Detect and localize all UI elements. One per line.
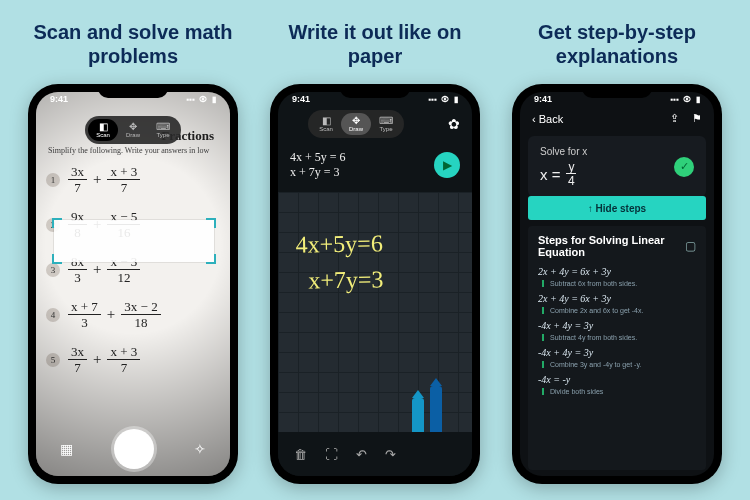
mode-type[interactable]: ⌨ Type <box>148 119 178 141</box>
step-note: Combine 3y and -4y to get -y. <box>542 361 696 368</box>
mode-label: Type <box>379 126 392 132</box>
status-icons: ▪▪▪ ⦿ ▮ <box>668 94 700 104</box>
mode-label: Scan <box>96 132 110 138</box>
mode-scan[interactable]: ◧ Scan <box>311 113 341 135</box>
step-equation: -4x + 4y = 3y <box>538 320 696 331</box>
settings-button[interactable]: ✿ <box>448 116 460 132</box>
camera-icon: ◧ <box>311 116 341 126</box>
hide-steps-button[interactable]: ↑ Hide steps <box>528 196 706 220</box>
wifi-icon: ⦿ <box>683 95 691 104</box>
wifi-icon: ⦿ <box>441 95 449 104</box>
notch <box>582 84 652 98</box>
step-note: Divide both sides <box>542 388 696 395</box>
keyboard-icon: ⌨ <box>371 116 401 126</box>
screen-scan: 9:41 ▪▪▪ ⦿ ▮ Fractions Simplify the foll… <box>36 92 230 476</box>
back-button[interactable]: ‹ Back <box>532 113 563 125</box>
scan-crop-box[interactable] <box>54 220 214 262</box>
mode-scan[interactable]: ◧ Scan <box>88 119 118 141</box>
verified-badge: ✓ <box>674 157 694 177</box>
shutter-button[interactable] <box>114 429 154 469</box>
crop-handle-bl[interactable] <box>52 254 62 264</box>
worksheet-instruction: Simplify the following. Write your answe… <box>48 146 220 155</box>
problem-row: 1 3x7 + x + 37 <box>46 165 220 194</box>
draw-toolbar: 🗑 ⛶ ↶ ↷ <box>278 432 472 476</box>
flash-toggle[interactable]: ✧ <box>194 441 206 457</box>
notch <box>98 84 168 98</box>
phone-scan: 9:41 ▪▪▪ ⦿ ▮ Fractions Simplify the foll… <box>28 84 238 484</box>
steps-header: Steps for Solving Linear Equation ▢ <box>538 234 696 258</box>
status-icons: ▪▪▪ ⦿ ▮ <box>184 94 216 104</box>
answer-card: Solve for x x = y4 ✓ <box>528 136 706 197</box>
redo-button[interactable]: ↷ <box>385 447 396 462</box>
play-icon: ▶ <box>443 158 452 173</box>
drawing-canvas[interactable]: 4x+5y=6 x+7y=3 <box>278 192 472 432</box>
handwriting: 4x+5y=6 x+7y=3 <box>295 225 383 299</box>
camera-worksheet: Fractions Simplify the following. Write … <box>36 92 230 476</box>
screen-draw: 9:41 ▪▪▪ ⦿ ▮ ◧ Scan ✥ Draw <box>278 92 472 476</box>
headline-draw: Write it out like on paper <box>263 20 488 68</box>
crop-handle-tl[interactable] <box>52 218 62 228</box>
battery-icon: ▮ <box>696 95 700 104</box>
share-button[interactable]: ⇪ <box>670 112 679 124</box>
draw-top-bar: ◧ Scan ✥ Draw ⌨ Type ✿ <box>278 110 472 138</box>
solve-label: Solve for x <box>540 146 587 157</box>
status-time: 9:41 <box>534 94 552 104</box>
mode-segmented[interactable]: ◧ Scan ✥ Draw ⌨ Type <box>308 110 404 138</box>
crop-handle-br[interactable] <box>206 254 216 264</box>
recognized-equations: 4x + 5y = 6 x + 7y = 3 ▶ <box>290 150 460 180</box>
answer-equation: x = y4 <box>540 161 587 187</box>
step-equation: 2x + 4y = 6x + 3y <box>538 293 696 304</box>
panel-scan: Scan and solve math problems 9:41 ▪▪▪ ⦿ … <box>21 10 246 490</box>
nav-actions: ⇪ ⚑ <box>670 112 702 125</box>
screen-steps: 9:41 ▪▪▪ ⦿ ▮ ‹ Back ⇪ ⚑ Solve for x <box>520 92 714 476</box>
phone-draw: 9:41 ▪▪▪ ⦿ ▮ ◧ Scan ✥ Draw <box>270 84 480 484</box>
notch <box>340 84 410 98</box>
nav-bar: ‹ Back ⇪ ⚑ <box>520 112 714 125</box>
problem-row: 4 x + 73 + 3x − 218 <box>46 300 220 329</box>
mode-draw[interactable]: ✥ Draw <box>118 119 148 141</box>
battery-icon: ▮ <box>454 95 458 104</box>
status-time: 9:41 <box>50 94 68 104</box>
solve-button[interactable]: ▶ <box>434 152 460 178</box>
panel-draw: Write it out like on paper 9:41 ▪▪▪ ⦿ ▮ … <box>263 10 488 490</box>
crop-handle-tr[interactable] <box>206 218 216 228</box>
panel-steps: Get step-by-step explanations 9:41 ▪▪▪ ⦿… <box>505 10 730 490</box>
mode-label: Draw <box>126 132 140 138</box>
headline-steps: Get step-by-step explanations <box>505 20 730 68</box>
step-equation: 2x + 4y = 6x + 3y <box>538 266 696 277</box>
gallery-button[interactable]: ▦ <box>60 441 73 457</box>
mode-type[interactable]: ⌨ Type <box>371 113 401 135</box>
problem-number: 3 <box>46 263 60 277</box>
pencil-light-icon[interactable] <box>412 398 424 432</box>
step-note: Subtract 6x from both sides. <box>542 280 696 287</box>
mode-label: Scan <box>319 126 333 132</box>
signal-icon: ▪▪▪ <box>428 95 437 104</box>
problem-number: 1 <box>46 173 60 187</box>
wifi-icon: ⦿ <box>199 95 207 104</box>
mode-segmented[interactable]: ◧ Scan ✥ Draw ⌨ Type <box>85 116 181 144</box>
step-note: Subtract 4y from both sides. <box>542 334 696 341</box>
problem-number: 4 <box>46 308 60 322</box>
camera-bar: ▦ ✧ <box>36 422 230 476</box>
recognized-text: 4x + 5y = 6 x + 7y = 3 <box>290 150 346 180</box>
mode-draw[interactable]: ✥ Draw <box>341 113 371 135</box>
pencil-dark-icon[interactable] <box>430 386 442 432</box>
status-time: 9:41 <box>292 94 310 104</box>
bookmark-button[interactable]: ⚑ <box>692 112 702 124</box>
mode-label: Draw <box>349 126 363 132</box>
check-icon: ✓ <box>680 160 689 173</box>
step-note: Combine 2x and 6x to get -4x. <box>542 307 696 314</box>
crop-button[interactable]: ⛶ <box>325 447 338 462</box>
mode-label: Type <box>156 132 169 138</box>
steps-panel[interactable]: Steps for Solving Linear Equation ▢ 2x +… <box>528 226 706 470</box>
keyboard-icon: ⌨ <box>148 122 178 132</box>
camera-icon: ◧ <box>88 122 118 132</box>
status-icons: ▪▪▪ ⦿ ▮ <box>426 94 458 104</box>
problem-row: 5 3x7 + x + 37 <box>46 345 220 374</box>
signal-icon: ▪▪▪ <box>670 95 679 104</box>
step-equation: -4x + 4y = 3y <box>538 347 696 358</box>
undo-button[interactable]: ↶ <box>356 447 367 462</box>
book-icon[interactable]: ▢ <box>685 239 696 253</box>
draw-icon: ✥ <box>118 122 148 132</box>
clear-button[interactable]: 🗑 <box>294 447 307 462</box>
